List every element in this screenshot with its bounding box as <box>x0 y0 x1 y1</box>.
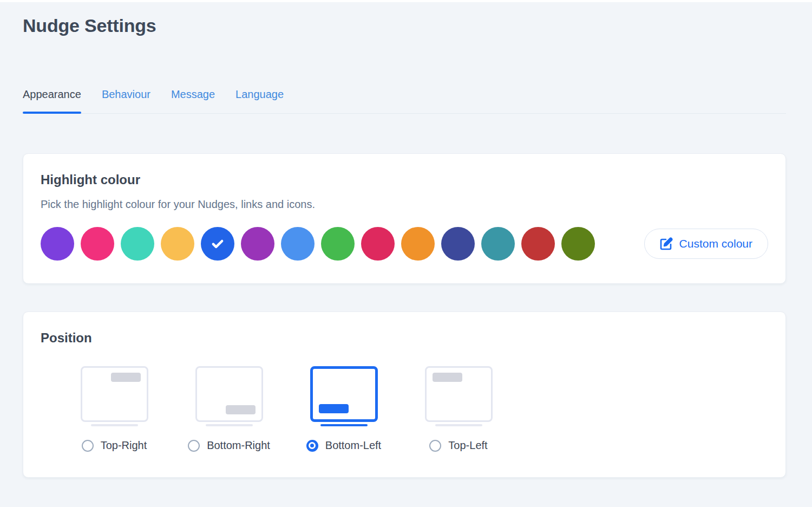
position-radio-row-bottom-left[interactable]: Bottom-Left <box>306 439 381 452</box>
radio-top-right[interactable] <box>82 440 94 452</box>
position-label-bottom-right: Bottom-Right <box>207 439 270 452</box>
swatch-violet[interactable] <box>41 227 74 261</box>
position-option-bottom-right[interactable]: Bottom-Right <box>172 366 286 452</box>
custom-colour-button[interactable]: Custom colour <box>644 229 768 259</box>
monitor-icon-bottom-left[interactable] <box>310 366 378 426</box>
radio-dot <box>309 442 316 449</box>
nudge-pill-top-left <box>433 373 462 382</box>
swatch-pink[interactable] <box>81 227 114 261</box>
nudge-pill-top-right <box>111 373 141 382</box>
tab-appearance[interactable]: Appearance <box>23 88 81 113</box>
swatch-indigo[interactable] <box>441 227 475 261</box>
top-strip <box>0 0 812 2</box>
check-icon <box>209 236 226 252</box>
position-option-top-left[interactable]: Top-Left <box>401 366 516 452</box>
monitor-screen <box>425 366 493 422</box>
swatch-area: Custom colour <box>41 227 768 261</box>
swatch-teal[interactable] <box>481 227 515 261</box>
monitor-stand <box>320 424 368 426</box>
swatch-purple[interactable] <box>241 227 274 261</box>
position-title: Position <box>41 330 768 346</box>
nudge-settings-page: Nudge Settings AppearanceBehaviourMessag… <box>0 15 812 478</box>
nudge-pill-bottom-left <box>319 404 349 413</box>
swatch-amber[interactable] <box>161 227 194 261</box>
tab-message[interactable]: Message <box>171 88 215 113</box>
position-option-top-right[interactable]: Top-Right <box>57 366 172 452</box>
monitor-stand <box>91 424 138 426</box>
swatch-orange[interactable] <box>401 227 435 261</box>
swatch-crimson[interactable] <box>361 227 395 261</box>
position-option-bottom-left[interactable]: Bottom-Left <box>286 366 401 452</box>
position-radio-row-top-left[interactable]: Top-Left <box>429 439 487 452</box>
monitor-screen <box>310 366 378 422</box>
swatch-brick-red[interactable] <box>521 227 555 261</box>
position-label-top-right: Top-Right <box>101 439 147 452</box>
highlight-colour-card: Highlight colour Pick the highlight colo… <box>23 153 786 284</box>
position-label-bottom-left: Bottom-Left <box>325 439 381 452</box>
nudge-pill-bottom-right <box>226 405 256 414</box>
radio-top-left[interactable] <box>429 440 441 452</box>
monitor-stand <box>435 424 482 426</box>
radio-bottom-right[interactable] <box>188 440 200 452</box>
monitor-icon-bottom-right[interactable] <box>195 366 263 426</box>
tab-language[interactable]: Language <box>235 88 284 113</box>
monitor-screen <box>195 366 263 422</box>
position-label-top-left: Top-Left <box>448 439 487 452</box>
edit-icon <box>660 237 673 250</box>
monitor-screen <box>81 366 148 422</box>
position-options: Top-RightBottom-RightBottom-LeftTop-Left <box>57 366 768 452</box>
position-radio-row-top-right[interactable]: Top-Right <box>82 439 147 452</box>
highlight-colour-description: Pick the highlight colour for your Nudge… <box>41 198 768 211</box>
radio-bottom-left[interactable] <box>306 440 318 452</box>
monitor-icon-top-right[interactable] <box>81 366 148 426</box>
monitor-stand <box>206 424 253 426</box>
highlight-colour-title: Highlight colour <box>41 172 768 187</box>
position-radio-row-bottom-right[interactable]: Bottom-Right <box>188 439 270 452</box>
swatch-olive[interactable] <box>561 227 595 261</box>
page-title: Nudge Settings <box>23 15 786 36</box>
swatch-green[interactable] <box>321 227 355 261</box>
position-card: Position Top-RightBottom-RightBottom-Lef… <box>23 311 786 478</box>
tabs: AppearanceBehaviourMessageLanguage <box>23 88 786 114</box>
custom-colour-label: Custom colour <box>679 237 752 250</box>
swatch-turquoise[interactable] <box>121 227 154 261</box>
swatch-blue[interactable] <box>201 227 234 261</box>
tab-behaviour[interactable]: Behaviour <box>102 88 150 113</box>
swatch-light-blue[interactable] <box>281 227 315 261</box>
monitor-icon-top-left[interactable] <box>425 366 493 426</box>
swatch-list <box>41 227 595 261</box>
